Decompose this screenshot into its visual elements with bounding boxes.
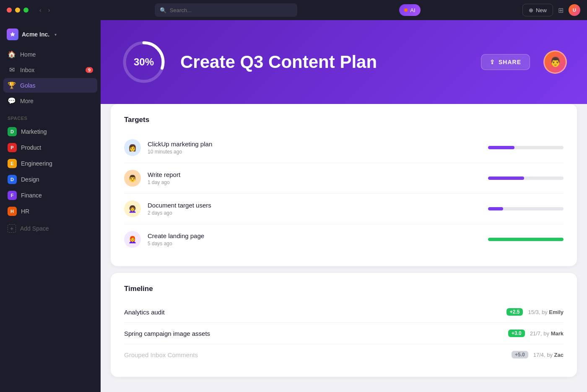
titlebar-right: ⊕ New ⊞ U <box>522 4 580 16</box>
target-info: Create landing page 5 days ago <box>148 232 481 247</box>
spaces-section-label: Spaces <box>0 109 101 124</box>
new-label: New <box>536 7 547 13</box>
target-time: 2 days ago <box>148 210 481 216</box>
target-avatar: 👩‍🦱 <box>124 200 141 217</box>
target-avatar: 👩 <box>124 139 141 156</box>
goal-title: Create Q3 Content Plan <box>180 52 468 72</box>
forward-arrow[interactable]: › <box>46 6 53 14</box>
plus-icon: + <box>8 224 16 233</box>
target-item: 👩‍🦰 Create landing page 5 days ago <box>124 224 564 254</box>
space-label: Product <box>21 144 41 151</box>
sidebar-item-label: Home <box>20 51 36 58</box>
goal-owner-avatar[interactable]: 👨 <box>543 50 567 74</box>
space-label: Engineering <box>21 160 52 167</box>
search-bar[interactable]: 🔍 <box>155 3 297 17</box>
new-plus-icon: ⊕ <box>529 7 533 13</box>
hr-dot: H <box>8 207 17 216</box>
progress-bar-container <box>488 207 564 210</box>
target-name: ClickUp marketing plan <box>148 140 481 148</box>
ai-button[interactable]: AI <box>399 4 420 16</box>
minimize-btn[interactable] <box>15 8 20 13</box>
marketing-dot: D <box>8 127 17 136</box>
ai-dot-icon <box>404 8 408 12</box>
timeline-name: Analytics audit <box>124 309 501 316</box>
new-button[interactable]: ⊕ New <box>522 4 553 16</box>
space-item-engineering[interactable]: E Engineering <box>3 156 97 171</box>
progress-bar-container <box>488 238 564 241</box>
space-item-hr[interactable]: H HR <box>3 204 97 219</box>
timeline-title: Timeline <box>124 285 564 293</box>
target-time: 10 minutes ago <box>148 149 481 155</box>
progress-bar-fill <box>488 207 503 210</box>
progress-ring: 30% <box>121 39 167 85</box>
timeline-name: Spring campaign image assets <box>124 330 503 337</box>
target-info: ClickUp marketing plan 10 minutes ago <box>148 140 481 155</box>
home-icon: 🏠 <box>8 50 16 58</box>
timeline-item: Spring campaign image assets +3.0 21/7, … <box>124 323 564 344</box>
target-name: Write report <box>148 171 481 178</box>
workspace-name: Acme Inc. <box>22 31 49 38</box>
share-icon: ⇪ <box>490 59 495 65</box>
sidebar-item-label: Inbox <box>20 67 34 73</box>
timeline-meta: 21/7, by Mark <box>530 330 564 337</box>
timeline-meta: 15/3, by Emily <box>528 309 564 315</box>
sidebar-item-more[interactable]: 💬 More <box>3 93 97 108</box>
add-space-button[interactable]: + Add Space <box>3 221 97 236</box>
space-label: HR <box>21 208 29 215</box>
timeline-item: Grouped Inbox Comments +5.0 17/4, by Zac <box>124 344 564 365</box>
target-avatar: 👨 <box>124 170 141 187</box>
space-item-marketing[interactable]: D Marketing <box>3 124 97 139</box>
timeline-item: Analytics audit +2.5 15/3, by Emily <box>124 301 564 323</box>
search-icon: 🔍 <box>160 7 166 13</box>
search-input[interactable] <box>170 7 292 13</box>
sidebar-item-goals[interactable]: 🏆 Golas <box>3 78 97 93</box>
space-item-product[interactable]: P Product <box>3 140 97 155</box>
finance-dot: F <box>8 191 17 200</box>
share-button[interactable]: ⇪ SHARE <box>481 54 530 70</box>
space-item-finance[interactable]: F Finance <box>3 188 97 203</box>
target-item: 👩 ClickUp marketing plan 10 minutes ago <box>124 132 564 163</box>
user-avatar[interactable]: U <box>569 4 580 16</box>
design-dot: D <box>8 175 17 184</box>
engineering-dot: E <box>8 159 17 168</box>
inbox-badge: 9 <box>86 67 93 73</box>
progress-percent: 30% <box>134 56 154 68</box>
grid-icon[interactable]: ⊞ <box>558 6 564 14</box>
sidebar-item-label: Golas <box>20 82 36 89</box>
progress-bar-container <box>488 146 564 149</box>
back-arrow[interactable]: ‹ <box>37 6 44 14</box>
close-btn[interactable] <box>7 8 12 13</box>
sidebar-item-home[interactable]: 🏠 Home <box>3 47 97 62</box>
sidebar-item-inbox[interactable]: ✉ Inbox 9 <box>3 62 97 77</box>
target-name: Create landing page <box>148 232 481 239</box>
workspace-logo <box>7 29 18 40</box>
progress-bar-fill <box>488 177 524 180</box>
ai-label: AI <box>410 7 415 13</box>
timeline-tag: +5.0 <box>512 351 528 358</box>
share-label: SHARE <box>499 59 521 65</box>
target-info: Document target users 2 days ago <box>148 202 481 216</box>
timeline-card: Timeline Analytics audit +2.5 15/3, by E… <box>111 273 577 377</box>
target-item: 👨 Write report 1 day ago <box>124 163 564 194</box>
progress-bar-fill <box>488 146 514 149</box>
space-item-design[interactable]: D Design <box>3 172 97 187</box>
targets-card: Targets 👩 ClickUp marketing plan 10 minu… <box>111 104 577 266</box>
target-info: Write report 1 day ago <box>148 171 481 185</box>
add-space-label: Add Space <box>20 225 49 232</box>
timeline-tag: +3.0 <box>508 330 525 337</box>
target-avatar: 👩‍🦰 <box>124 231 141 248</box>
space-label: Design <box>21 176 39 183</box>
nav-arrows: ‹ › <box>37 6 52 14</box>
product-dot: P <box>8 143 17 152</box>
window-controls <box>7 8 29 13</box>
chevron-down-icon: ▾ <box>55 32 57 37</box>
timeline-meta: 17/4, by Zac <box>533 352 564 358</box>
workspace-header[interactable]: Acme Inc. ▾ <box>0 25 101 47</box>
target-time: 5 days ago <box>148 241 481 247</box>
goal-header: 30% Create Q3 Content Plan ⇪ SHARE 👨 <box>101 20 587 104</box>
space-label: Finance <box>21 192 42 199</box>
maximize-btn[interactable] <box>23 8 29 13</box>
main-layout: Acme Inc. ▾ 🏠 Home ✉ Inbox 9 🏆 Golas 💬 M… <box>0 20 587 392</box>
target-name: Document target users <box>148 202 481 209</box>
goals-icon: 🏆 <box>8 81 16 89</box>
